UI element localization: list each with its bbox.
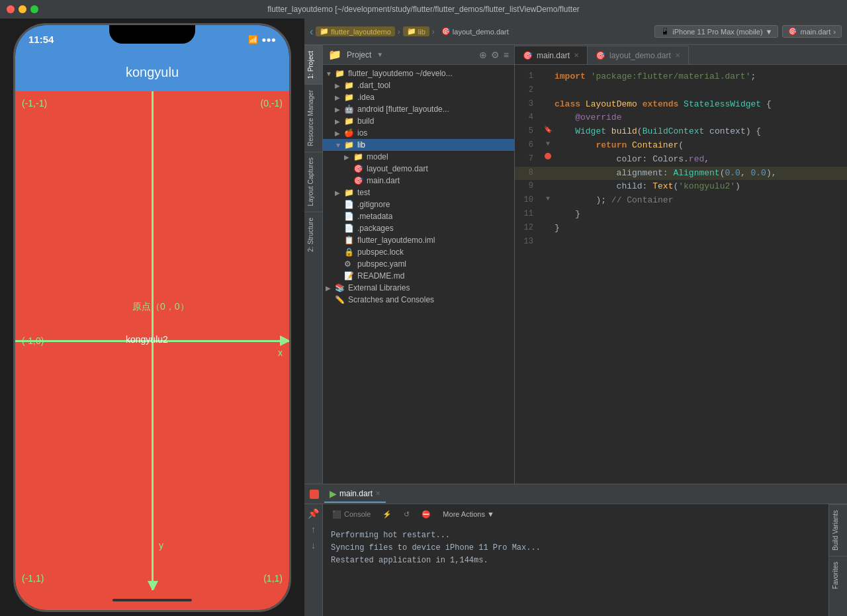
expand-icon: ▶: [335, 82, 344, 89]
scroll-down-button[interactable]: ↓: [307, 539, 320, 552]
tree-item-label: pubspec.lock: [357, 247, 404, 257]
stop-inline-button[interactable]: ⛔: [418, 509, 435, 520]
expand-icon: ▶: [326, 285, 335, 292]
tab-close-icon[interactable]: ✕: [574, 52, 579, 59]
breadcrumb-project[interactable]: 📁 flutter_layoutdemo: [316, 26, 395, 36]
stop-icon: ⛔: [422, 510, 431, 519]
folder-icon: 📁: [344, 116, 355, 126]
x-label: x: [278, 347, 283, 358]
arrow-down: [148, 581, 158, 590]
project-icons: ⊕ ⚙ ≡: [479, 50, 509, 60]
scroll-up-button[interactable]: ↑: [307, 523, 320, 536]
device-selector[interactable]: 📱 iPhone 11 Pro Max (mobile) ▼: [654, 25, 778, 38]
run-tab-label: main.dart: [339, 489, 373, 498]
folder-icon: 📁: [344, 140, 355, 150]
dart-icon: 🎯: [596, 51, 605, 60]
tree-item-pubspec-yaml[interactable]: ⚙ pubspec.yaml: [323, 258, 514, 270]
breakpoint-indicator[interactable]: [545, 153, 551, 159]
tree-item-root[interactable]: ▼ 📁 flutter_layoutdemo ~/develo...: [323, 67, 514, 79]
sidebar-item-structure[interactable]: 2: Structure: [304, 212, 322, 257]
run-tab-close[interactable]: ✕: [375, 490, 380, 497]
phone-frame: 11:54 📶 ●●● kongyulu (-1,-1) (0,-1) (-1,…: [13, 23, 291, 612]
stop-button[interactable]: [310, 490, 319, 499]
line-number: 7: [515, 153, 541, 165]
tree-item-external-libraries[interactable]: ▶ 📚 External Libraries: [323, 282, 514, 294]
tab-main-dart[interactable]: 🎯 main.dart ✕: [515, 46, 588, 64]
back-button[interactable]: ‹: [310, 26, 313, 38]
tree-item-scratches[interactable]: ✏️ Scratches and Consoles: [323, 294, 514, 306]
minimize-button[interactable]: [19, 5, 26, 13]
phone-home-bar: [15, 590, 289, 610]
tree-item-test[interactable]: ▶ 📁 test: [323, 187, 514, 198]
ide-toolbar: ‹ 📁 flutter_layoutdemo › 📁 lib › 🎯 layou…: [304, 19, 847, 45]
tree-item-build[interactable]: ▶ 📁 build: [323, 115, 514, 127]
sidebar-item-project[interactable]: 1: Project: [304, 45, 322, 84]
console-tab-button[interactable]: ⬛ Console: [328, 509, 375, 520]
main-dart-tab-toolbar[interactable]: 🎯 main.dart ›: [782, 25, 842, 38]
settings-icon[interactable]: ⚙: [491, 50, 500, 60]
breadcrumb-lib[interactable]: 📁 lib: [403, 26, 429, 36]
code-content: ); // Container: [555, 194, 847, 208]
sidebar-item-favorites[interactable]: Favorites: [829, 556, 847, 594]
tree-item-label: Scratches and Consoles: [348, 295, 434, 304]
tree-item-dart-tool[interactable]: ▶ 📁 .dart_tool: [323, 79, 514, 91]
run-tab[interactable]: ▶ main.dart ✕: [324, 486, 386, 503]
folder-icon: 📁: [344, 81, 355, 90]
tree-item-model[interactable]: ▶ 📁 model: [323, 151, 514, 163]
tab-layout-demo[interactable]: 🎯 layout_demo.dart ✕: [588, 46, 689, 64]
bottom-panel: ▶ main.dart ✕ 📌 ↑ ↓ ⬛ Console: [304, 484, 847, 616]
code-line-10: 10 ▼ ); // Container: [515, 194, 847, 208]
code-area[interactable]: 1 import 'package:flutter/material.dart'…: [515, 65, 847, 484]
tree-item-label: test: [357, 188, 370, 197]
tree-item-readme[interactable]: 📝 README.md: [323, 270, 514, 282]
arrow-right: [280, 335, 289, 346]
code-line-3: 3 class LayoutDemo extends StatelessWidg…: [515, 98, 847, 112]
editor-tabs: 🎯 main.dart ✕ 🎯 layout_demo.dart ✕: [515, 45, 847, 65]
sidebar-item-resource-manager[interactable]: Resource Manager: [304, 84, 322, 152]
bottom-content: 📌 ↑ ↓ ⬛ Console ⚡ ↺: [304, 504, 847, 616]
sep1: ›: [398, 27, 400, 36]
restart-button[interactable]: ↺: [400, 509, 414, 520]
tree-item-packages[interactable]: 📄 .packages: [323, 222, 514, 234]
console-label: Console: [344, 510, 371, 518]
pin-button[interactable]: 📌: [307, 507, 320, 520]
chevron-right-icon: ›: [833, 28, 836, 36]
left-side-tabs: 1: Project Resource Manager Layout Captu…: [304, 45, 323, 484]
code-content: import 'package:flutter/material.dart';: [555, 70, 847, 84]
tree-item-gitignore[interactable]: 📄 .gitignore: [323, 198, 514, 210]
tree-item-layout-demo[interactable]: 🎯 layout_demo.dart: [323, 163, 514, 175]
tree-item-main-dart[interactable]: 🎯 main.dart: [323, 175, 514, 187]
more-actions-label: More Actions: [443, 510, 485, 518]
close-button[interactable]: [7, 5, 15, 13]
breadcrumb-file[interactable]: 🎯 layout_demo.dart: [437, 26, 513, 36]
console-icon: ⬛: [332, 510, 341, 519]
tree-item-lib[interactable]: ▼ 📁 lib: [323, 139, 514, 151]
fold-icon[interactable]: ▼: [546, 194, 550, 204]
tree-item-idea[interactable]: ▶ 📁 .idea: [323, 91, 514, 103]
code-line-5: 5 🔖 Widget build(BuildContext context) {: [515, 125, 847, 139]
code-line-12: 12 }: [515, 222, 847, 236]
collapse-all-icon[interactable]: ≡: [504, 50, 509, 60]
tree-item-android[interactable]: ▶ 🤖 android [flutter_layoutde...: [323, 103, 514, 115]
tab-close-icon[interactable]: ✕: [675, 52, 680, 59]
tree-item-metadata[interactable]: 📄 .metadata: [323, 210, 514, 222]
maximize-button[interactable]: [30, 5, 38, 13]
kongyulu2-text: kongyulu2: [126, 334, 168, 345]
tree-item-pubspec-lock[interactable]: 🔒 pubspec.lock: [323, 246, 514, 258]
sidebar-item-build-variants[interactable]: Build Variants: [829, 504, 847, 556]
line-gutter: [541, 153, 555, 159]
wifi-icon: 📶: [248, 35, 258, 44]
globe-icon[interactable]: ⊕: [479, 50, 487, 60]
tree-item-label: .dart_tool: [357, 81, 390, 90]
fold-icon[interactable]: ▼: [546, 139, 550, 150]
more-actions-button[interactable]: More Actions ▼: [439, 509, 498, 519]
tree-item-label: build: [357, 116, 374, 126]
lightning-button[interactable]: ⚡: [379, 509, 396, 520]
tree-item-ios[interactable]: ▶ 🍎 ios: [323, 127, 514, 139]
tree-item-iml[interactable]: 📋 flutter_layoutdemo.iml: [323, 234, 514, 246]
sidebar-item-layout-captures[interactable]: Layout Captures: [304, 152, 322, 211]
dart-file-icon: 🎯: [353, 176, 364, 185]
library-icon: 📚: [335, 283, 345, 292]
line-number: 8: [515, 167, 541, 179]
code-content: class LayoutDemo extends StatelessWidget…: [555, 98, 847, 112]
